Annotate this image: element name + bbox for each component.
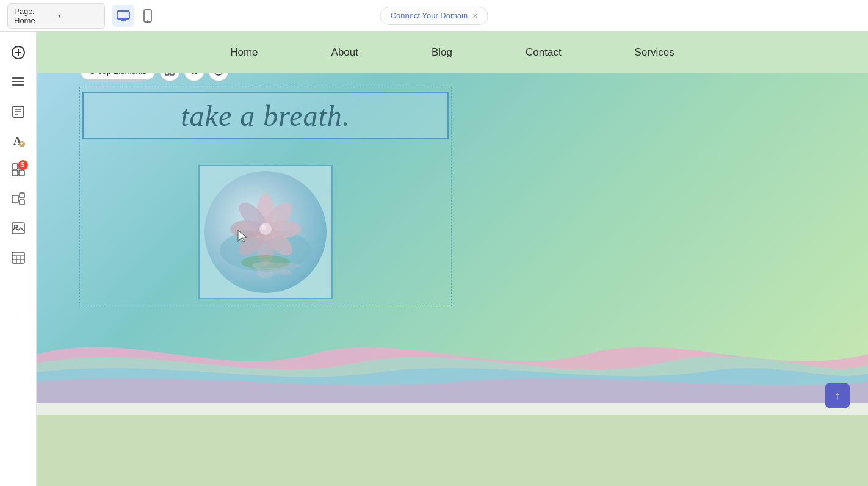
svg-text:+: + [20, 141, 23, 147]
nav-services[interactable]: Services [598, 32, 711, 73]
desktop-view-button[interactable] [112, 5, 134, 27]
website-preview: Home About Blog Contact Services [37, 32, 868, 486]
nav-blog[interactable]: Blog [395, 32, 489, 73]
svg-rect-24 [20, 200, 24, 205]
lotus-image-container[interactable] [198, 165, 333, 299]
page-dropdown-chevron: ▾ [58, 12, 98, 19]
sidebar-pages-icon[interactable] [5, 98, 32, 125]
sidebar-table-icon[interactable] [5, 244, 32, 271]
sidebar-media-icon[interactable] [5, 215, 32, 242]
nav-home[interactable]: Home [193, 32, 294, 73]
apps-badge: 5 [18, 160, 28, 170]
svg-text:?: ? [217, 73, 220, 74]
page-selector[interactable]: Page: Home ▾ [7, 3, 105, 29]
left-sidebar: A + 5 [0, 32, 37, 486]
svg-point-55 [267, 263, 301, 269]
mobile-view-button[interactable] [137, 5, 159, 27]
sidebar-layers-icon[interactable] [5, 68, 32, 95]
footer-area [37, 415, 868, 486]
nav-about[interactable]: About [295, 32, 395, 73]
scroll-up-button[interactable]: ↑ [825, 383, 850, 408]
element-toolbar: Group Elements [80, 73, 229, 81]
device-icons [112, 5, 159, 27]
svg-rect-18 [12, 164, 18, 169]
lotus-circle [204, 171, 327, 293]
element-grid-button[interactable] [159, 73, 180, 81]
sidebar-text-icon[interactable]: A + [5, 127, 32, 154]
sidebar-elements-icon[interactable] [5, 186, 32, 212]
svg-point-48 [259, 223, 272, 235]
svg-rect-35 [170, 73, 174, 75]
canvas-area: Home About Blog Contact Services [37, 32, 868, 486]
element-back-button[interactable] [184, 73, 204, 81]
svg-point-49 [261, 225, 266, 230]
group-elements-button[interactable]: Group Elements [80, 73, 156, 80]
svg-point-36 [214, 73, 223, 75]
nav-contact[interactable]: Contact [489, 32, 598, 73]
hero-section: Group Elements [37, 73, 868, 403]
svg-rect-9 [12, 81, 24, 82]
svg-rect-21 [19, 170, 24, 176]
tagline-text-box[interactable]: take a breath. [82, 92, 449, 139]
scroll-up-icon: ↑ [835, 390, 841, 402]
svg-rect-10 [12, 84, 24, 86]
tagline-text: take a breath. [181, 99, 350, 132]
wave-background [37, 269, 868, 403]
element-help-button[interactable]: ? [208, 73, 229, 81]
svg-rect-8 [12, 77, 24, 79]
page-label: Page: Home [14, 7, 54, 25]
top-bar: Page: Home ▾ Connect Your Domain × [0, 0, 868, 32]
sidebar-add-icon[interactable] [5, 39, 32, 66]
svg-rect-23 [20, 193, 24, 198]
svg-rect-34 [165, 73, 169, 75]
svg-rect-22 [12, 195, 18, 203]
site-nav: Home About Blog Contact Services [37, 32, 868, 73]
domain-tab-close[interactable]: × [472, 11, 477, 21]
domain-tab: Connect Your Domain × [380, 7, 488, 25]
svg-point-4 [147, 20, 148, 21]
domain-tab-text: Connect Your Domain [391, 11, 468, 20]
svg-rect-27 [12, 252, 24, 263]
svg-rect-0 [117, 11, 129, 19]
group-elements-label: Group Elements [89, 73, 146, 76]
sidebar-apps-icon[interactable]: 5 [5, 156, 32, 183]
svg-rect-20 [12, 170, 18, 176]
